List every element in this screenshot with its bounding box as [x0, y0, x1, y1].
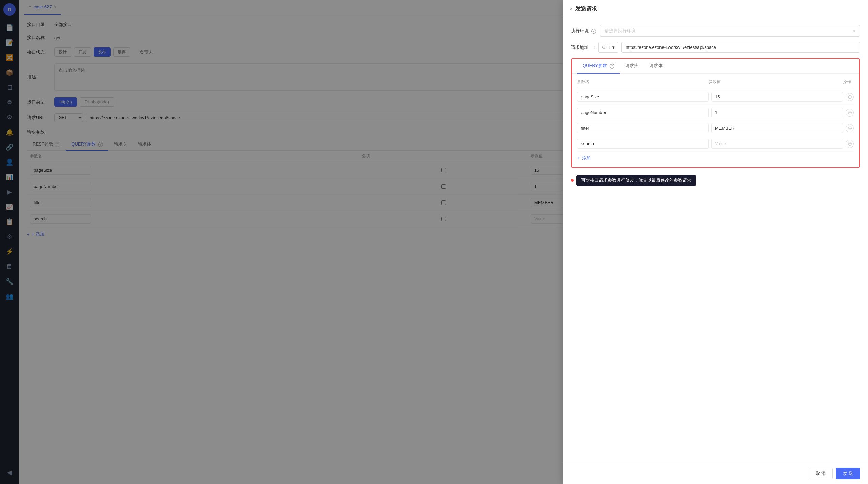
send-button[interactable]: 发 送: [836, 468, 860, 479]
query-params-panel: QUERY参数 ? 请求头 请求体 参数名 参数值 操作 ⊖: [571, 58, 860, 168]
tooltip-text: 可对接口请求参数进行修改，优先以最后修改的参数请求: [576, 175, 696, 186]
modal-param-row-3: ⊖: [577, 136, 854, 152]
modal-close-button[interactable]: ×: [570, 6, 573, 12]
modal-title: 发送请求: [575, 5, 597, 13]
col-param-action: 操作: [840, 79, 854, 85]
env-info-icon[interactable]: ?: [591, 29, 596, 34]
modal-param-remove-1[interactable]: ⊖: [846, 109, 854, 117]
modal-param-value-3[interactable]: [711, 139, 843, 149]
url-row: 请求地址 ： GET ▾: [571, 42, 860, 53]
env-label: 执行环境 ?: [571, 28, 596, 34]
modal-param-name-0[interactable]: [577, 92, 709, 102]
chevron-down-icon: ▾: [853, 28, 855, 34]
modal-param-name-1[interactable]: [577, 108, 709, 117]
modal-param-value-0[interactable]: [711, 92, 843, 102]
modal-param-remove-2[interactable]: ⊖: [846, 124, 854, 132]
modal-param-name-3[interactable]: [577, 139, 709, 149]
modal-query-header: 参数名 参数值 操作: [577, 76, 854, 88]
modal-plus-icon: +: [577, 156, 580, 161]
modal-add-param-button[interactable]: + 添加: [577, 152, 854, 164]
url-label: 请求地址 ：: [571, 44, 598, 51]
col-param-value: 参数值: [709, 79, 840, 85]
send-request-modal: × 发送请求 执行环境 ? 请选择执行环境 ▾ 请求地址 ： GET ▾: [563, 0, 868, 484]
env-placeholder: 请选择执行环境: [605, 28, 635, 34]
modal-query-tabs: QUERY参数 ? 请求头 请求体: [572, 59, 859, 74]
modal-footer: 取 消 发 送: [563, 463, 868, 484]
modal-method-select[interactable]: GET ▾: [598, 42, 619, 53]
url-input-group: GET ▾: [598, 42, 860, 53]
modal-query-info-icon[interactable]: ?: [610, 64, 614, 69]
method-chevron-icon: ▾: [612, 45, 615, 50]
modal-body: 执行环境 ? 请选择执行环境 ▾ 请求地址 ： GET ▾: [563, 18, 868, 463]
modal-param-name-2[interactable]: [577, 123, 709, 133]
modal-tab-query[interactable]: QUERY参数 ?: [577, 59, 620, 74]
tooltip-dot: [571, 179, 574, 182]
modal-param-row-0: ⊖: [577, 89, 854, 105]
modal-header: × 发送请求: [563, 0, 868, 18]
env-select[interactable]: 请选择执行环境 ▾: [600, 25, 860, 37]
modal-url-input[interactable]: [621, 42, 860, 53]
modal-param-remove-3[interactable]: ⊖: [846, 140, 854, 148]
modal-param-value-1[interactable]: [711, 108, 843, 117]
modal-param-remove-0[interactable]: ⊖: [846, 93, 854, 101]
cancel-button[interactable]: 取 消: [809, 468, 833, 479]
col-param-name: 参数名: [577, 79, 709, 85]
modal-param-value-2[interactable]: [711, 123, 843, 133]
modal-query-table: 参数名 参数值 操作 ⊖ ⊖: [572, 74, 859, 167]
modal-param-row-2: ⊖: [577, 120, 854, 136]
env-row: 执行环境 ? 请选择执行环境 ▾: [571, 25, 860, 37]
modal-param-row-1: ⊖: [577, 105, 854, 120]
tooltip-bar: 可对接口请求参数进行修改，优先以最后修改的参数请求: [571, 175, 860, 186]
modal-tab-headers[interactable]: 请求头: [620, 59, 644, 74]
modal-tab-body[interactable]: 请求体: [644, 59, 668, 74]
